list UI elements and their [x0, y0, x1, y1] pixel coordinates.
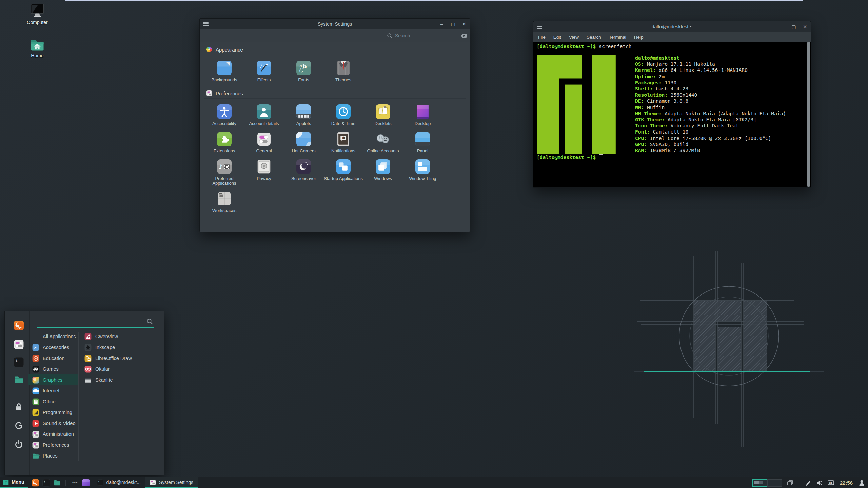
settings-item-extensions[interactable]: Extensions: [204, 129, 244, 157]
settings-search-bar: Search: [200, 29, 470, 42]
app-skanlite[interactable]: Skanlite: [82, 374, 162, 385]
terminal-menu-view[interactable]: View: [569, 35, 579, 40]
category-internet[interactable]: Internet: [28, 385, 78, 396]
settings-item-desklets[interactable]: Desklets: [363, 102, 403, 129]
settings-item-label: Panel: [403, 149, 442, 154]
sidebar-system-settings-icon[interactable]: [14, 339, 24, 350]
sidebar-logout-icon[interactable]: [14, 420, 24, 431]
settings-titlebar[interactable]: System Settings – ▢ ✕: [200, 19, 470, 29]
launcher-files[interactable]: [53, 479, 61, 487]
minimize-button[interactable]: –: [780, 24, 785, 29]
window-list: $_dalto@mdeskt...System Settings: [93, 477, 198, 488]
themes-icon: [336, 60, 351, 76]
user-applet-icon[interactable]: [858, 479, 865, 486]
settings-item-hot-corners[interactable]: Hot Corners: [284, 129, 323, 157]
settings-item-general[interactable]: General: [244, 129, 284, 157]
settings-item-applets[interactable]: Applets: [284, 102, 323, 129]
terminal-scrollbar[interactable]: [807, 42, 810, 187]
sidebar-lock-screen-icon[interactable]: [14, 402, 24, 412]
workspace-2[interactable]: [767, 479, 782, 487]
category-education[interactable]: Education: [28, 353, 78, 364]
window-button-system-settings[interactable]: System Settings: [145, 477, 198, 488]
category-places[interactable]: Places: [28, 450, 78, 461]
sidebar-files-icon[interactable]: [14, 374, 24, 385]
extensions-icon: [217, 131, 232, 147]
workspace-1[interactable]: [752, 479, 767, 487]
category-graphics[interactable]: Graphics: [28, 374, 78, 385]
svg-text:♪: ♪: [219, 163, 223, 170]
presentation-mode-tray-icon[interactable]: zz: [827, 479, 834, 486]
app-libreoffice-draw[interactable]: LibreOffice Draw: [82, 353, 162, 364]
togglesbig-icon: [150, 479, 156, 486]
settings-item-screensaver[interactable]: Screensaver: [284, 157, 323, 189]
app-gwenview[interactable]: Gwenview: [82, 331, 162, 342]
settings-item-startup-applications[interactable]: Startup Applications: [323, 157, 363, 189]
terminal-menu-file[interactable]: File: [538, 35, 546, 40]
settings-item-fonts[interactable]: abCFonts: [284, 58, 323, 86]
settings-item-label: Date & Time: [323, 121, 363, 126]
volume-tray-icon[interactable]: [816, 479, 823, 486]
category-games[interactable]: Games: [28, 364, 78, 374]
desktop-icon-label: Home: [20, 53, 54, 58]
category-preferences[interactable]: Preferences: [28, 440, 78, 450]
category-all-applications[interactable]: All Applications: [28, 331, 78, 342]
settings-item-label: Applets: [284, 121, 323, 126]
terminal-output[interactable]: [dalto@mdesktest ~]$ screenfetch dalto@m…: [534, 42, 810, 187]
app-okular[interactable]: Okular: [82, 364, 162, 374]
terminal-menu-terminal[interactable]: Terminal: [609, 35, 626, 40]
maximize-button[interactable]: ▢: [451, 22, 455, 26]
tablet-pen-tray-icon[interactable]: [804, 479, 811, 486]
desktop-icon-home[interactable]: Home: [20, 37, 54, 58]
internet-icon: [32, 387, 40, 395]
hamburger-menu-icon[interactable]: [537, 25, 542, 29]
settings-item-preferred-applications[interactable]: ♪Preferred Applications: [204, 157, 244, 189]
settings-item-desktop[interactable]: Desktop: [403, 102, 442, 129]
lodraw-icon: [84, 354, 92, 362]
window-selector-icon[interactable]: [787, 479, 794, 486]
category-administration[interactable]: Administration: [28, 429, 78, 440]
maximize-button[interactable]: ▢: [791, 24, 796, 29]
settings-item-workspaces[interactable]: Workspaces: [204, 189, 244, 217]
settings-item-effects[interactable]: Effects: [244, 58, 284, 86]
settings-item-panel[interactable]: Panel: [403, 129, 442, 157]
settings-item-accessibility[interactable]: Accessibility: [204, 102, 244, 129]
terminal-menu-edit[interactable]: Edit: [553, 35, 561, 40]
category-office[interactable]: Office: [28, 396, 78, 407]
close-button[interactable]: ✕: [462, 22, 467, 26]
launcher-firefox[interactable]: [32, 479, 39, 487]
menu-button[interactable]: Menu: [0, 477, 28, 488]
category-sound-video[interactable]: Sound & Video: [28, 418, 78, 429]
settings-item-privacy[interactable]: Privacy: [244, 157, 284, 189]
settings-item-backgrounds[interactable]: Backgrounds: [204, 58, 244, 86]
desktop-icon-computer[interactable]: Computer: [20, 3, 54, 25]
category-accessories[interactable]: ✂Accessories: [28, 342, 78, 353]
launcher-terminal[interactable]: $_: [42, 479, 50, 487]
settings-item-window-tiling[interactable]: Window Tiling: [403, 157, 442, 189]
minimize-button[interactable]: –: [439, 22, 444, 26]
settings-item-date-time[interactable]: Date & Time: [323, 102, 363, 129]
close-button[interactable]: ✕: [803, 24, 807, 29]
terminal-menu-help[interactable]: Help: [634, 35, 644, 40]
window-button-dalto-mdeskt-[interactable]: $_dalto@mdeskt...: [93, 477, 145, 488]
settings-item-account-details[interactable]: Account details: [244, 102, 284, 129]
category-programming[interactable]: Programming: [28, 407, 78, 418]
terminal-menu-search[interactable]: Search: [587, 35, 601, 40]
terminal-titlebar[interactable]: dalto@mdesktest:~ – ▢ ✕: [533, 21, 811, 32]
sidebar-terminal-icon[interactable]: $_: [14, 357, 24, 367]
settings-item-themes[interactable]: Themes: [323, 58, 363, 86]
clock[interactable]: 22:56: [840, 480, 853, 486]
search-input[interactable]: Search: [387, 31, 458, 40]
clear-search-icon[interactable]: [460, 33, 467, 39]
section-header-preferences: Preferences: [206, 90, 468, 96]
settings-item-online-accounts[interactable]: Online Accounts: [363, 129, 403, 157]
hamburger-menu-icon[interactable]: [203, 22, 209, 26]
window-list-overflow-button[interactable]: •••: [72, 480, 78, 485]
settings-item-windows[interactable]: Windows: [363, 157, 403, 189]
settings-item-notifications[interactable]: ✱Notifications: [323, 129, 363, 157]
sidebar-firefox-icon[interactable]: [14, 320, 24, 331]
app-inkscape[interactable]: Inkscape: [82, 342, 162, 353]
sidebar-shutdown-icon[interactable]: [14, 439, 24, 449]
app-label: Skanlite: [95, 377, 113, 383]
menu-search-input[interactable]: [37, 316, 154, 328]
window-button-purple-app[interactable]: [82, 479, 90, 487]
